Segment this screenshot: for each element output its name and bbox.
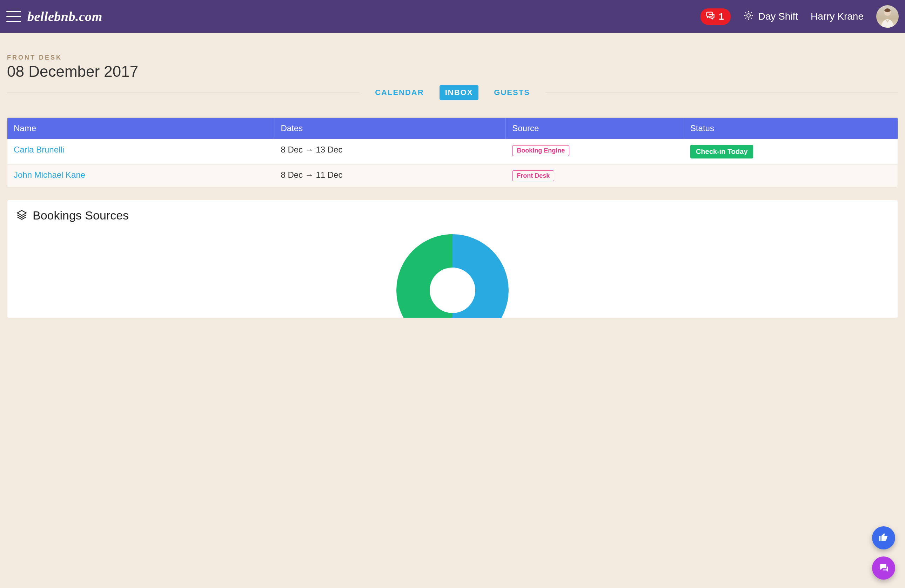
page: FRONT DESK 08 December 2017 CALENDAR INB…: [0, 33, 905, 318]
page-title: 08 December 2017: [7, 63, 898, 80]
cell-source: Booking Engine: [506, 139, 684, 164]
cell-status: Check-in Today: [684, 139, 898, 164]
tab-calendar[interactable]: CALENDAR: [369, 85, 429, 100]
guest-link[interactable]: Carla Brunelli: [14, 145, 64, 154]
cell-name: John Michael Kane: [7, 165, 274, 187]
source-badge: Front Desk: [512, 170, 554, 181]
menu-button[interactable]: [6, 11, 21, 22]
table-row: John Michael Kane 8 Dec → 11 Dec Front D…: [7, 164, 898, 187]
chat-bubbles-icon: [878, 562, 889, 574]
topbar: bellebnb.com 1 Day Shift Harry Krane: [0, 0, 905, 33]
tabs: CALENDAR INBOX GUESTS: [360, 85, 545, 100]
cell-dates: 8 Dec → 13 Dec: [274, 139, 506, 164]
fab-stack: [872, 526, 895, 580]
status-pill: Check-in Today: [690, 145, 753, 158]
shift-label: Day Shift: [758, 11, 798, 22]
notification-pill[interactable]: 1: [700, 8, 731, 25]
cell-name: Carla Brunelli: [7, 139, 274, 164]
inbox-table: Name Dates Source Status Carla Brunelli …: [7, 117, 898, 187]
donut-hole: [430, 268, 475, 313]
th-status: Status: [684, 118, 898, 139]
app-logo[interactable]: bellebnb.com: [27, 9, 102, 24]
cell-dates: 8 Dec → 11 Dec: [274, 165, 506, 187]
chat-icon: [705, 11, 715, 23]
chat-fab[interactable]: [872, 556, 895, 580]
donut-chart: [7, 226, 898, 318]
table-row: Carla Brunelli 8 Dec → 13 Dec Booking En…: [7, 139, 898, 164]
th-source: Source: [506, 118, 684, 139]
tab-guests[interactable]: GUESTS: [488, 85, 535, 100]
tab-inbox[interactable]: INBOX: [440, 85, 479, 100]
topbar-right: 1 Day Shift Harry Krane: [700, 5, 899, 28]
table-header: Name Dates Source Status: [7, 118, 898, 139]
tab-row: CALENDAR INBOX GUESTS: [7, 85, 898, 100]
source-badge: Booking Engine: [512, 145, 569, 156]
cell-status: [684, 165, 898, 187]
guest-link[interactable]: John Michael Kane: [14, 170, 85, 179]
thumbs-up-fab[interactable]: [872, 526, 895, 550]
th-name: Name: [7, 118, 274, 139]
avatar[interactable]: [876, 5, 899, 28]
svg-point-0: [747, 14, 750, 17]
breadcrumb: FRONT DESK: [7, 54, 898, 61]
card-title: Bookings Sources: [33, 209, 129, 222]
bookings-sources-card: Bookings Sources: [7, 200, 898, 318]
shift-toggle[interactable]: Day Shift: [743, 10, 798, 23]
card-header: Bookings Sources: [7, 209, 898, 226]
thumbs-up-icon: [878, 532, 889, 544]
cell-source: Front Desk: [506, 165, 684, 187]
th-dates: Dates: [274, 118, 506, 139]
user-name[interactable]: Harry Krane: [811, 11, 864, 22]
layers-icon: [16, 209, 28, 222]
sun-icon: [743, 10, 754, 23]
notification-count: 1: [719, 11, 724, 22]
